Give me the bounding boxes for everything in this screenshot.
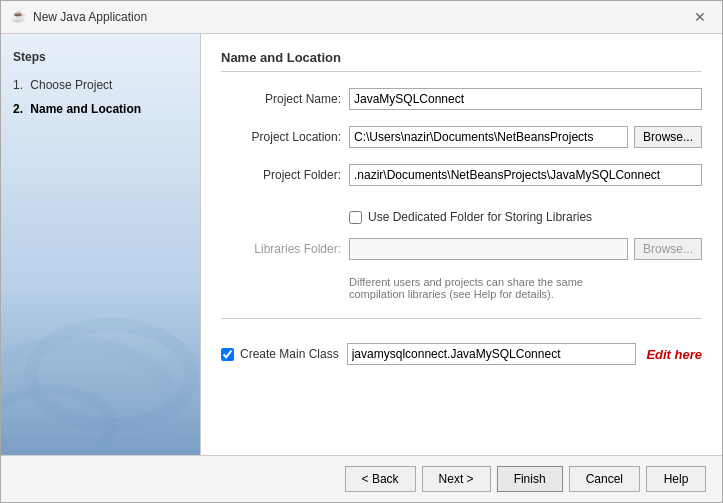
cancel-button[interactable]: Cancel xyxy=(569,466,640,492)
dedicated-folder-row: Use Dedicated Folder for Storing Librari… xyxy=(349,210,702,224)
finish-button[interactable]: Finish xyxy=(497,466,563,492)
separator xyxy=(221,318,702,319)
spacer xyxy=(221,375,702,439)
project-name-row: Project Name: xyxy=(221,88,702,110)
button-bar: < Back Next > Finish Cancel Help xyxy=(1,455,722,502)
step-1: 1. Choose Project xyxy=(13,76,188,94)
create-main-class-checkbox[interactable] xyxy=(221,348,234,361)
help-button[interactable]: Help xyxy=(646,466,706,492)
project-folder-input[interactable] xyxy=(349,164,702,186)
project-location-input[interactable] xyxy=(349,126,628,148)
browse-libraries-button[interactable]: Browse... xyxy=(634,238,702,260)
dialog-title: New Java Application xyxy=(33,10,147,24)
sidebar-watermark xyxy=(1,245,201,445)
libraries-folder-input[interactable] xyxy=(349,238,628,260)
section-title: Name and Location xyxy=(221,50,702,72)
steps-heading: Steps xyxy=(13,50,188,64)
close-button[interactable]: ✕ xyxy=(688,7,712,27)
project-location-row: Project Location: Browse... xyxy=(221,126,702,148)
libraries-folder-label: Libraries Folder: xyxy=(221,242,341,256)
edit-here-annotation: Edit here xyxy=(646,347,702,362)
steps-panel: Steps 1. Choose Project 2. Name and Loca… xyxy=(1,34,201,455)
next-button[interactable]: Next > xyxy=(422,466,491,492)
hint-line-1: Different users and projects can share t… xyxy=(349,276,702,288)
project-folder-label: Project Folder: xyxy=(221,168,341,182)
title-bar-left: ☕ New Java Application xyxy=(11,9,147,25)
create-main-class-row: Create Main Class Edit here xyxy=(221,343,702,365)
app-icon: ☕ xyxy=(11,9,27,25)
hint-line-2: compilation libraries (see Help for deta… xyxy=(349,288,702,300)
dedicated-folder-checkbox[interactable] xyxy=(349,211,362,224)
create-main-class-label: Create Main Class xyxy=(240,347,339,361)
main-panel: Name and Location Project Name: Project … xyxy=(201,34,722,455)
steps-list: 1. Choose Project 2. Name and Location xyxy=(13,76,188,118)
step-2: 2. Name and Location xyxy=(13,100,188,118)
browse-location-button[interactable]: Browse... xyxy=(634,126,702,148)
dedicated-folder-label: Use Dedicated Folder for Storing Librari… xyxy=(368,210,592,224)
title-bar: ☕ New Java Application ✕ xyxy=(1,1,722,34)
libraries-folder-row: Libraries Folder: Browse... xyxy=(221,238,702,260)
create-main-class-input[interactable] xyxy=(347,343,637,365)
project-name-label: Project Name: xyxy=(221,92,341,106)
dialog-window: ☕ New Java Application ✕ Steps 1. Choose… xyxy=(0,0,723,503)
project-name-input[interactable] xyxy=(349,88,702,110)
project-folder-row: Project Folder: xyxy=(221,164,702,186)
dialog-content: Steps 1. Choose Project 2. Name and Loca… xyxy=(1,34,722,455)
project-location-label: Project Location: xyxy=(221,130,341,144)
libraries-hint: Different users and projects can share t… xyxy=(349,276,702,300)
back-button[interactable]: < Back xyxy=(345,466,416,492)
